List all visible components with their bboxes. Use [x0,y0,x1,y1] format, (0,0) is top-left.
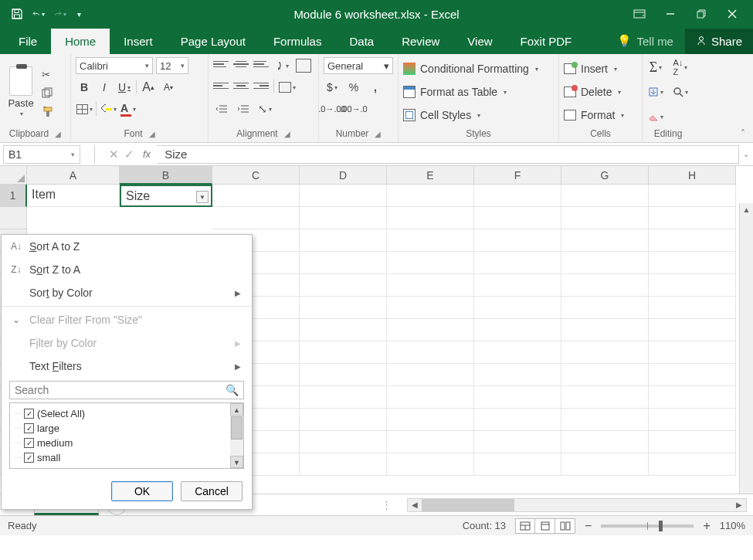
page-break-view-button[interactable] [555,518,575,534]
conditional-formatting-button[interactable]: Conditional Formatting▾ [403,59,554,79]
zoom-out-button[interactable]: − [585,519,592,533]
fill-button[interactable]: ▾ [647,83,664,100]
align-middle-button[interactable] [233,57,249,71]
zoom-thumb[interactable] [659,521,663,531]
cell[interactable] [387,185,474,207]
cell[interactable] [387,364,474,386]
cell[interactable] [474,341,561,364]
borders-button[interactable]: ▾ [76,100,93,117]
cell[interactable] [212,207,300,229]
delete-cells-button[interactable]: Delete▾ [564,82,637,102]
cell[interactable] [474,229,561,252]
decrease-indent-button[interactable] [213,100,230,117]
col-header-a[interactable]: A [27,166,120,185]
scroll-up-icon[interactable]: ▲ [740,203,753,217]
cell[interactable] [561,409,649,431]
filter-checkbox-item[interactable]: ⋯✓small [12,450,242,465]
cancel-button[interactable]: Cancel [181,481,243,501]
cell-styles-button[interactable]: Cell Styles▾ [403,105,554,125]
cell[interactable] [474,453,561,476]
tab-view[interactable]: View [453,29,506,54]
merge-center-button[interactable]: ▾ [279,79,296,96]
checkbox-icon[interactable]: ✓ [24,409,34,419]
filter-search-input[interactable]: Search🔍 [9,381,244,399]
font-color-button[interactable]: A▾ [120,100,137,117]
cell[interactable] [474,431,561,453]
underline-button[interactable]: U▾ [116,79,133,96]
col-header-c[interactable]: C [212,166,300,185]
name-box[interactable]: B1▾ [3,145,80,164]
cell[interactable] [561,453,649,476]
dialog-launcher-icon[interactable]: ◢ [284,130,290,138]
percent-button[interactable]: % [345,79,362,96]
cell[interactable] [649,297,736,319]
cell[interactable] [649,252,736,274]
cell[interactable] [387,274,474,297]
share-button[interactable]: Share [684,29,753,54]
redo-icon[interactable]: ▾ [54,8,66,20]
decrease-decimal-button[interactable]: .00→.0 [345,100,362,117]
filter-checkbox-item[interactable]: ⋯✓(Select All) [12,406,242,421]
copy-icon[interactable]: ▾ [42,87,56,100]
tab-foxit-pdf[interactable]: Foxit PDF [507,29,586,54]
text-filters-item[interactable]: Text Filters▶ [2,355,252,378]
autosum-button[interactable]: Σ▾ [647,59,664,76]
increase-decimal-button[interactable]: .0→.00 [324,100,341,117]
undo-icon[interactable]: ▾ [32,8,45,20]
cell[interactable] [649,453,736,476]
cell[interactable] [300,431,387,453]
save-icon[interactable] [11,8,23,20]
cell[interactable] [649,341,736,364]
ribbon-options-icon[interactable] [633,7,646,21]
cell-b1[interactable]: Size ▼ [120,185,212,207]
maximize-icon[interactable] [694,7,708,21]
currency-button[interactable]: $▾ [324,79,341,96]
cell[interactable] [561,364,649,386]
col-header-b[interactable]: B [120,166,212,185]
cell[interactable] [649,274,736,297]
filter-dropdown-button[interactable]: ▼ [196,191,209,203]
font-size-combo[interactable]: 12▾ [156,57,188,74]
enter-formula-icon[interactable]: ✓ [121,148,137,161]
filter-checkbox-item[interactable]: ⋯✓medium [12,436,242,450]
scrollbar-thumb[interactable] [422,499,514,511]
page-layout-view-button[interactable] [535,518,555,534]
cell[interactable] [300,297,387,319]
dialog-launcher-icon[interactable]: ◢ [375,130,381,138]
col-header-g[interactable]: G [561,166,649,185]
cell[interactable] [561,386,649,409]
zoom-in-button[interactable]: + [703,519,710,533]
cell[interactable] [474,386,561,409]
cell[interactable] [387,409,474,431]
filter-checkbox-item[interactable]: ⋯✓large [12,421,242,436]
increase-indent-button[interactable] [235,100,252,117]
cut-icon[interactable]: ✂ [42,69,56,81]
col-header-f[interactable]: F [474,166,561,185]
cell[interactable] [649,409,736,431]
paste-button[interactable]: Paste ▾ [5,66,37,117]
cell[interactable] [300,453,387,476]
cell[interactable] [474,364,561,386]
cell[interactable] [649,386,736,409]
cell[interactable] [474,207,561,229]
filter-list-scrollbar[interactable]: ▲ ▼ [230,403,243,468]
cell[interactable] [300,229,387,252]
cancel-formula-icon[interactable]: ✕ [106,148,121,161]
ok-button[interactable]: OK [111,481,173,501]
format-cells-button[interactable]: Format▾ [564,105,637,125]
grow-font-button[interactable]: A▴ [140,79,157,96]
sort-filter-button[interactable]: A↓Z▾ [672,59,689,76]
scroll-right-icon[interactable]: ▶ [732,499,746,511]
formula-input[interactable]: Size [157,145,739,164]
cell[interactable] [561,297,649,319]
col-header-e[interactable]: E [387,166,474,185]
cell[interactable] [300,274,387,297]
cell[interactable] [649,185,736,207]
cell[interactable] [561,341,649,364]
cell[interactable] [649,319,736,341]
orientation-diag-button[interactable]: ⤡▾ [256,100,273,117]
align-right-button[interactable] [253,79,269,93]
align-left-button[interactable] [213,79,229,93]
cell[interactable] [300,341,387,364]
split-handle-icon[interactable]: ⋮ [374,499,401,511]
